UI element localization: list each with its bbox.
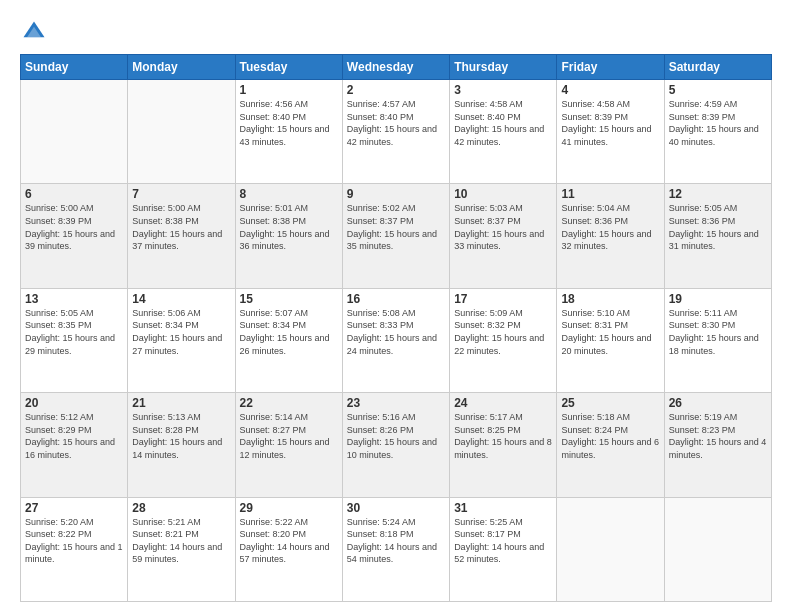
day-info: Sunrise: 5:21 AM Sunset: 8:21 PM Dayligh… — [132, 516, 230, 566]
day-info: Sunrise: 4:59 AM Sunset: 8:39 PM Dayligh… — [669, 98, 767, 148]
day-number: 12 — [669, 187, 767, 201]
day-info: Sunrise: 5:18 AM Sunset: 8:24 PM Dayligh… — [561, 411, 659, 461]
calendar-cell-0-4: 3Sunrise: 4:58 AM Sunset: 8:40 PM Daylig… — [450, 80, 557, 184]
day-number: 23 — [347, 396, 445, 410]
day-number: 5 — [669, 83, 767, 97]
calendar-row-3: 20Sunrise: 5:12 AM Sunset: 8:29 PM Dayli… — [21, 393, 772, 497]
day-number: 4 — [561, 83, 659, 97]
calendar-cell-0-1 — [128, 80, 235, 184]
day-info: Sunrise: 4:58 AM Sunset: 8:40 PM Dayligh… — [454, 98, 552, 148]
calendar-row-2: 13Sunrise: 5:05 AM Sunset: 8:35 PM Dayli… — [21, 288, 772, 392]
day-info: Sunrise: 5:00 AM Sunset: 8:38 PM Dayligh… — [132, 202, 230, 252]
calendar-row-4: 27Sunrise: 5:20 AM Sunset: 8:22 PM Dayli… — [21, 497, 772, 601]
day-number: 27 — [25, 501, 123, 515]
calendar-cell-4-4: 31Sunrise: 5:25 AM Sunset: 8:17 PM Dayli… — [450, 497, 557, 601]
day-number: 15 — [240, 292, 338, 306]
calendar-cell-0-2: 1Sunrise: 4:56 AM Sunset: 8:40 PM Daylig… — [235, 80, 342, 184]
calendar-row-0: 1Sunrise: 4:56 AM Sunset: 8:40 PM Daylig… — [21, 80, 772, 184]
day-info: Sunrise: 5:09 AM Sunset: 8:32 PM Dayligh… — [454, 307, 552, 357]
day-number: 2 — [347, 83, 445, 97]
calendar-cell-3-0: 20Sunrise: 5:12 AM Sunset: 8:29 PM Dayli… — [21, 393, 128, 497]
day-info: Sunrise: 4:58 AM Sunset: 8:39 PM Dayligh… — [561, 98, 659, 148]
day-info: Sunrise: 5:17 AM Sunset: 8:25 PM Dayligh… — [454, 411, 552, 461]
day-info: Sunrise: 5:00 AM Sunset: 8:39 PM Dayligh… — [25, 202, 123, 252]
day-number: 1 — [240, 83, 338, 97]
calendar-cell-4-2: 29Sunrise: 5:22 AM Sunset: 8:20 PM Dayli… — [235, 497, 342, 601]
day-info: Sunrise: 5:05 AM Sunset: 8:36 PM Dayligh… — [669, 202, 767, 252]
calendar-cell-3-3: 23Sunrise: 5:16 AM Sunset: 8:26 PM Dayli… — [342, 393, 449, 497]
day-number: 22 — [240, 396, 338, 410]
day-number: 20 — [25, 396, 123, 410]
calendar-cell-2-2: 15Sunrise: 5:07 AM Sunset: 8:34 PM Dayli… — [235, 288, 342, 392]
calendar-cell-4-6 — [664, 497, 771, 601]
calendar-cell-4-3: 30Sunrise: 5:24 AM Sunset: 8:18 PM Dayli… — [342, 497, 449, 601]
calendar-cell-0-5: 4Sunrise: 4:58 AM Sunset: 8:39 PM Daylig… — [557, 80, 664, 184]
day-info: Sunrise: 4:56 AM Sunset: 8:40 PM Dayligh… — [240, 98, 338, 148]
day-number: 11 — [561, 187, 659, 201]
day-number: 31 — [454, 501, 552, 515]
day-info: Sunrise: 5:04 AM Sunset: 8:36 PM Dayligh… — [561, 202, 659, 252]
day-info: Sunrise: 5:08 AM Sunset: 8:33 PM Dayligh… — [347, 307, 445, 357]
day-info: Sunrise: 4:57 AM Sunset: 8:40 PM Dayligh… — [347, 98, 445, 148]
calendar-row-1: 6Sunrise: 5:00 AM Sunset: 8:39 PM Daylig… — [21, 184, 772, 288]
day-number: 30 — [347, 501, 445, 515]
calendar-body: 1Sunrise: 4:56 AM Sunset: 8:40 PM Daylig… — [21, 80, 772, 602]
day-number: 17 — [454, 292, 552, 306]
day-info: Sunrise: 5:13 AM Sunset: 8:28 PM Dayligh… — [132, 411, 230, 461]
day-number: 29 — [240, 501, 338, 515]
calendar-cell-0-3: 2Sunrise: 4:57 AM Sunset: 8:40 PM Daylig… — [342, 80, 449, 184]
day-info: Sunrise: 5:11 AM Sunset: 8:30 PM Dayligh… — [669, 307, 767, 357]
calendar-cell-1-1: 7Sunrise: 5:00 AM Sunset: 8:38 PM Daylig… — [128, 184, 235, 288]
day-number: 18 — [561, 292, 659, 306]
calendar-cell-3-2: 22Sunrise: 5:14 AM Sunset: 8:27 PM Dayli… — [235, 393, 342, 497]
calendar-cell-3-5: 25Sunrise: 5:18 AM Sunset: 8:24 PM Dayli… — [557, 393, 664, 497]
day-number: 13 — [25, 292, 123, 306]
logo-icon — [20, 18, 48, 46]
day-info: Sunrise: 5:16 AM Sunset: 8:26 PM Dayligh… — [347, 411, 445, 461]
header — [20, 18, 772, 46]
calendar-cell-1-6: 12Sunrise: 5:05 AM Sunset: 8:36 PM Dayli… — [664, 184, 771, 288]
calendar-cell-4-1: 28Sunrise: 5:21 AM Sunset: 8:21 PM Dayli… — [128, 497, 235, 601]
day-number: 19 — [669, 292, 767, 306]
weekday-sunday: Sunday — [21, 55, 128, 80]
calendar-cell-0-0 — [21, 80, 128, 184]
day-number: 9 — [347, 187, 445, 201]
weekday-monday: Monday — [128, 55, 235, 80]
weekday-friday: Friday — [557, 55, 664, 80]
weekday-thursday: Thursday — [450, 55, 557, 80]
day-number: 25 — [561, 396, 659, 410]
day-info: Sunrise: 5:07 AM Sunset: 8:34 PM Dayligh… — [240, 307, 338, 357]
calendar-cell-2-4: 17Sunrise: 5:09 AM Sunset: 8:32 PM Dayli… — [450, 288, 557, 392]
day-info: Sunrise: 5:05 AM Sunset: 8:35 PM Dayligh… — [25, 307, 123, 357]
day-info: Sunrise: 5:10 AM Sunset: 8:31 PM Dayligh… — [561, 307, 659, 357]
calendar-cell-2-5: 18Sunrise: 5:10 AM Sunset: 8:31 PM Dayli… — [557, 288, 664, 392]
day-info: Sunrise: 5:14 AM Sunset: 8:27 PM Dayligh… — [240, 411, 338, 461]
calendar-cell-1-3: 9Sunrise: 5:02 AM Sunset: 8:37 PM Daylig… — [342, 184, 449, 288]
day-number: 28 — [132, 501, 230, 515]
calendar-cell-2-1: 14Sunrise: 5:06 AM Sunset: 8:34 PM Dayli… — [128, 288, 235, 392]
calendar-cell-1-0: 6Sunrise: 5:00 AM Sunset: 8:39 PM Daylig… — [21, 184, 128, 288]
day-info: Sunrise: 5:25 AM Sunset: 8:17 PM Dayligh… — [454, 516, 552, 566]
calendar-cell-4-5 — [557, 497, 664, 601]
calendar-cell-1-5: 11Sunrise: 5:04 AM Sunset: 8:36 PM Dayli… — [557, 184, 664, 288]
calendar-cell-3-1: 21Sunrise: 5:13 AM Sunset: 8:28 PM Dayli… — [128, 393, 235, 497]
calendar-cell-0-6: 5Sunrise: 4:59 AM Sunset: 8:39 PM Daylig… — [664, 80, 771, 184]
day-number: 8 — [240, 187, 338, 201]
day-info: Sunrise: 5:19 AM Sunset: 8:23 PM Dayligh… — [669, 411, 767, 461]
day-info: Sunrise: 5:06 AM Sunset: 8:34 PM Dayligh… — [132, 307, 230, 357]
day-info: Sunrise: 5:22 AM Sunset: 8:20 PM Dayligh… — [240, 516, 338, 566]
calendar-cell-4-0: 27Sunrise: 5:20 AM Sunset: 8:22 PM Dayli… — [21, 497, 128, 601]
calendar-cell-3-6: 26Sunrise: 5:19 AM Sunset: 8:23 PM Dayli… — [664, 393, 771, 497]
weekday-wednesday: Wednesday — [342, 55, 449, 80]
day-number: 6 — [25, 187, 123, 201]
calendar-cell-1-2: 8Sunrise: 5:01 AM Sunset: 8:38 PM Daylig… — [235, 184, 342, 288]
weekday-header-row: SundayMondayTuesdayWednesdayThursdayFrid… — [21, 55, 772, 80]
day-info: Sunrise: 5:01 AM Sunset: 8:38 PM Dayligh… — [240, 202, 338, 252]
day-number: 24 — [454, 396, 552, 410]
calendar-cell-2-6: 19Sunrise: 5:11 AM Sunset: 8:30 PM Dayli… — [664, 288, 771, 392]
day-number: 16 — [347, 292, 445, 306]
calendar-cell-1-4: 10Sunrise: 5:03 AM Sunset: 8:37 PM Dayli… — [450, 184, 557, 288]
day-number: 10 — [454, 187, 552, 201]
calendar-cell-2-3: 16Sunrise: 5:08 AM Sunset: 8:33 PM Dayli… — [342, 288, 449, 392]
day-number: 14 — [132, 292, 230, 306]
